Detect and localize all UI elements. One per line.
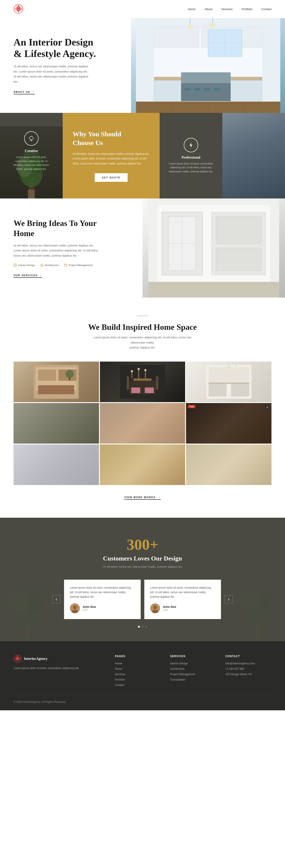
footer: InteriorAgency Lorem ipsum dolor sit ame…: [0, 641, 285, 710]
why-main-desc: Ut elit tellus, luctus nec ullamcorper m…: [73, 152, 150, 166]
testimonials-carousel: ‹ Lorem ipsum dolor sit amet, consectetu…: [52, 580, 233, 619]
author-role-1: CEO: [83, 609, 96, 611]
portfolio-title: We Build Inspired Home Space: [13, 322, 272, 332]
svg-rect-40: [65, 264, 65, 265]
view-more-label: VIEW MORE WORKS: [124, 496, 155, 499]
testimonial-text-1: Lorem ipsum dolor sit amet, consectetur …: [70, 586, 135, 599]
portfolio-kitchen2: [206, 365, 251, 399]
portfolio-desc: Lorem ipsum dolor sit amet, consectetur …: [86, 335, 199, 350]
dot-1[interactable]: [138, 626, 140, 628]
portfolio-item-6[interactable]: Sale +: [186, 403, 272, 443]
footer-link-portfolio[interactable]: Portfolio: [115, 678, 161, 681]
services-cta-arrow: →: [39, 274, 42, 277]
svg-rect-71: [131, 388, 140, 393]
hero-image: [131, 18, 285, 113]
footer-bottom: © 2024 InteriorAgency. All Rights Reserv…: [13, 696, 272, 704]
professional-title: Professional: [181, 155, 200, 159]
nav-contact[interactable]: Contact: [261, 7, 272, 11]
footer-services-links: Interior Design Architecture Project Man…: [170, 662, 216, 681]
avatar-icon-1: [70, 603, 80, 613]
svg-point-68: [131, 370, 133, 372]
get-quote-button[interactable]: GET QUOTE: [95, 173, 128, 182]
nav-about[interactable]: About: [205, 7, 212, 11]
portfolio-item-7[interactable]: [13, 444, 99, 485]
portfolio-grid: Sale +: [13, 362, 272, 485]
portfolio-item-1[interactable]: [13, 362, 99, 402]
carousel-next-button[interactable]: ›: [225, 595, 233, 603]
services-cta-label: OUR SERVICES: [13, 274, 38, 277]
testimonials-section: 300+ Customers Loves Our Design Ut elit …: [0, 518, 285, 641]
portfolio-item-4[interactable]: [13, 403, 99, 443]
professional-icon-circle: [184, 138, 198, 152]
view-more-button[interactable]: VIEW MORE WORKS →: [124, 496, 161, 500]
portfolio-header: We Build Inspired Home Space Lorem ipsum…: [13, 316, 272, 350]
stat-label: Customers Loves Our Design: [13, 555, 272, 562]
svg-point-18: [187, 26, 193, 29]
footer-link-contact[interactable]: Contact: [115, 683, 161, 687]
footer-link-home[interactable]: Home: [115, 662, 161, 665]
dot-3[interactable]: [145, 626, 147, 628]
footer-service-arch[interactable]: Architecture: [170, 667, 216, 671]
nav-home[interactable]: Home: [188, 7, 196, 11]
portfolio-item-5[interactable]: [100, 403, 186, 443]
svg-rect-50: [216, 248, 261, 271]
hero-cta-arrow: →: [32, 91, 35, 93]
nav-services[interactable]: Services: [221, 7, 233, 11]
svg-point-94: [153, 606, 157, 609]
svg-point-88: [240, 589, 258, 612]
carousel-prev-button[interactable]: ‹: [52, 595, 60, 603]
stat-desc: Ut elit tellus, luctus nec ullamcorper m…: [13, 565, 272, 568]
footer-contact-email: info@interioragency.com: [225, 662, 272, 665]
footer-contact-title: CONTACT: [225, 655, 272, 658]
services-title: We Bring Ideas To YourHome: [13, 218, 129, 239]
footer-link-services[interactable]: Services: [115, 673, 161, 676]
portfolio-item-8[interactable]: [100, 444, 186, 485]
services-cta-button[interactable]: OUR SERVICES →: [13, 274, 42, 278]
avatar-2: [150, 603, 160, 613]
services-tags: Interior Design Architecture Project Man…: [13, 264, 129, 267]
portfolio-item-3[interactable]: [186, 362, 272, 402]
svg-rect-72: [145, 388, 154, 393]
sale-badge: Sale: [188, 405, 196, 408]
nav-links: Home About Services Portfolio Contact: [188, 7, 272, 11]
dot-2[interactable]: [142, 626, 143, 628]
hero-description: Ut elit tellus, luctus nec ullamcorper m…: [13, 64, 90, 84]
footer-pages-title: PAGES: [115, 655, 161, 658]
footer-link-about[interactable]: About: [115, 667, 161, 671]
svg-point-89: [259, 588, 275, 609]
avatar-icon-2: [150, 603, 160, 613]
nav-portfolio[interactable]: Portfolio: [241, 7, 252, 11]
testimonial-cards: Lorem ipsum dolor sit amet, consectetur …: [64, 580, 221, 619]
svg-point-91: [73, 606, 77, 609]
portfolio-item-2[interactable]: [100, 362, 186, 402]
svg-rect-55: [38, 369, 56, 381]
hero-section: An Interior Design & Lifestyle Agency. U…: [0, 18, 285, 113]
footer-pages-links: Home About Services Portfolio Contact: [115, 662, 161, 687]
hero-cta-button[interactable]: ABOUT US →: [13, 91, 35, 94]
svg-rect-13: [213, 88, 220, 90]
services-content: We Bring Ideas To YourHome Ut elit tellu…: [0, 198, 142, 298]
bulb-icon: [28, 135, 34, 142]
svg-rect-11: [194, 88, 200, 90]
logo: [13, 4, 24, 14]
footer-service-consult[interactable]: Consultation: [170, 678, 216, 681]
footer-service-pm[interactable]: Project Management: [170, 673, 216, 676]
footer-contact-address: 123 Design Street, NY: [225, 673, 272, 676]
portfolio-dining: [120, 365, 165, 399]
svg-rect-3: [154, 27, 199, 48]
architecture-icon: [40, 264, 44, 267]
creative-icon-circle: [24, 131, 38, 146]
author-name-1: John Doe: [83, 605, 96, 609]
view-more-arrow: →: [158, 496, 161, 499]
svg-rect-31: [28, 189, 35, 198]
footer-contact-phone: +1 234 567 890: [225, 667, 272, 671]
avatar-1: [70, 603, 80, 613]
svg-rect-33: [31, 140, 32, 141]
section-divider: [137, 316, 148, 316]
services-description: Ut elit tellus, luctus nec ullamcorper m…: [13, 243, 99, 258]
hero-cta-label: ABOUT US: [13, 91, 30, 93]
hero-kitchen-illustration: [136, 18, 280, 113]
portfolio-item-9[interactable]: [186, 444, 272, 485]
footer-service-interior[interactable]: Interior Design: [170, 662, 216, 665]
tag-project-management: Project Management: [64, 264, 92, 267]
